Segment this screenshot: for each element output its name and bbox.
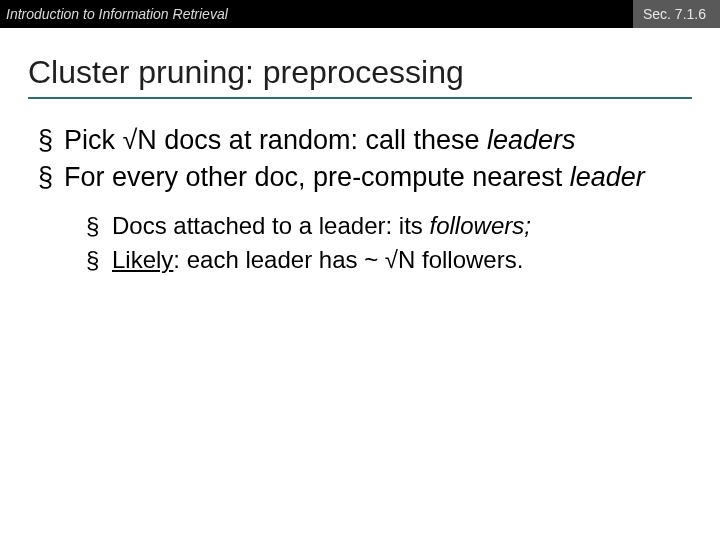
- list-item: Docs attached to a leader: its followers…: [86, 210, 684, 242]
- header-bar: Introduction to Information Retrieval Se…: [0, 0, 720, 28]
- bullet-underline: Likely: [112, 246, 173, 273]
- bullet-text: For every other doc, pre-compute nearest: [64, 162, 570, 192]
- bullet-emphasis: leader: [570, 162, 645, 192]
- bullet-text: Docs attached to a leader: its: [112, 212, 430, 239]
- header-course-title: Introduction to Information Retrieval: [0, 6, 228, 22]
- bullet-emphasis: followers;: [430, 212, 531, 239]
- sub-bullet-list: Docs attached to a leader: its followers…: [86, 210, 684, 277]
- list-item: Likely: each leader has ~ √N followers.: [86, 244, 684, 276]
- bullet-text: : each leader has ~ √N followers.: [173, 246, 523, 273]
- slide-title: Cluster pruning: preprocessing: [28, 54, 692, 99]
- list-item: Pick √N docs at random: call these leade…: [36, 123, 684, 158]
- bullet-text: Pick √N docs at random: call these: [64, 125, 487, 155]
- list-item: For every other doc, pre-compute nearest…: [36, 160, 684, 277]
- title-container: Cluster pruning: preprocessing: [0, 28, 720, 105]
- header-section-ref: Sec. 7.1.6: [633, 0, 720, 28]
- content-area: Pick √N docs at random: call these leade…: [0, 105, 720, 277]
- bullet-list: Pick √N docs at random: call these leade…: [36, 123, 684, 277]
- bullet-emphasis: leaders: [487, 125, 576, 155]
